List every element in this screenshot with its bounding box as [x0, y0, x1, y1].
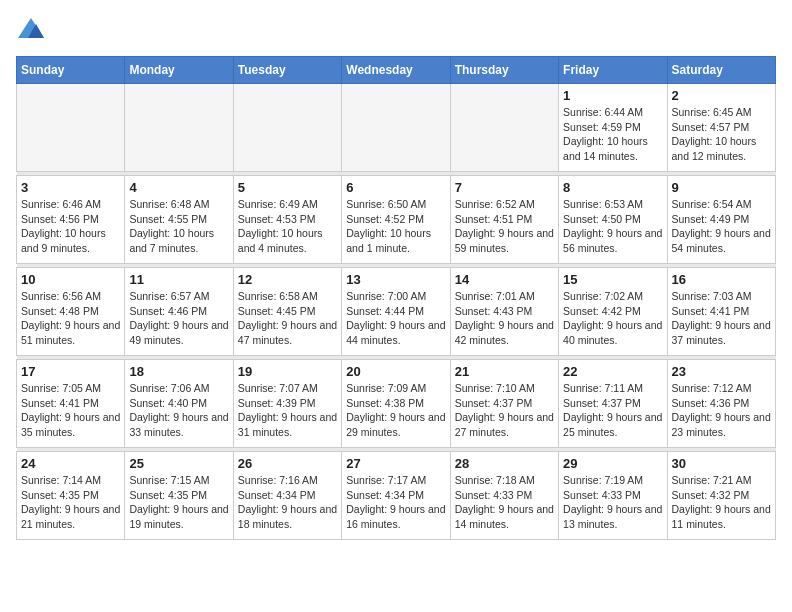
weekday-header-monday: Monday [125, 57, 233, 84]
day-info: Sunrise: 7:18 AM Sunset: 4:33 PM Dayligh… [455, 473, 554, 532]
calendar-day-cell: 23Sunrise: 7:12 AM Sunset: 4:36 PM Dayli… [667, 360, 775, 448]
day-number: 21 [455, 364, 554, 379]
calendar-day-cell [125, 84, 233, 172]
weekday-header-saturday: Saturday [667, 57, 775, 84]
calendar-day-cell: 5Sunrise: 6:49 AM Sunset: 4:53 PM Daylig… [233, 176, 341, 264]
day-info: Sunrise: 6:52 AM Sunset: 4:51 PM Dayligh… [455, 197, 554, 256]
calendar-week-row-4: 17Sunrise: 7:05 AM Sunset: 4:41 PM Dayli… [17, 360, 776, 448]
day-number: 13 [346, 272, 445, 287]
calendar-day-cell: 27Sunrise: 7:17 AM Sunset: 4:34 PM Dayli… [342, 452, 450, 540]
calendar-day-cell: 30Sunrise: 7:21 AM Sunset: 4:32 PM Dayli… [667, 452, 775, 540]
weekday-header-sunday: Sunday [17, 57, 125, 84]
day-number: 2 [672, 88, 771, 103]
day-number: 23 [672, 364, 771, 379]
day-info: Sunrise: 7:12 AM Sunset: 4:36 PM Dayligh… [672, 381, 771, 440]
calendar-day-cell: 25Sunrise: 7:15 AM Sunset: 4:35 PM Dayli… [125, 452, 233, 540]
calendar-day-cell: 16Sunrise: 7:03 AM Sunset: 4:41 PM Dayli… [667, 268, 775, 356]
calendar-week-row-2: 3Sunrise: 6:46 AM Sunset: 4:56 PM Daylig… [17, 176, 776, 264]
day-number: 24 [21, 456, 120, 471]
day-info: Sunrise: 7:17 AM Sunset: 4:34 PM Dayligh… [346, 473, 445, 532]
weekday-header-wednesday: Wednesday [342, 57, 450, 84]
calendar-day-cell: 6Sunrise: 6:50 AM Sunset: 4:52 PM Daylig… [342, 176, 450, 264]
calendar-day-cell [342, 84, 450, 172]
day-number: 7 [455, 180, 554, 195]
day-number: 28 [455, 456, 554, 471]
calendar-day-cell: 8Sunrise: 6:53 AM Sunset: 4:50 PM Daylig… [559, 176, 667, 264]
day-number: 8 [563, 180, 662, 195]
day-info: Sunrise: 7:11 AM Sunset: 4:37 PM Dayligh… [563, 381, 662, 440]
day-info: Sunrise: 6:58 AM Sunset: 4:45 PM Dayligh… [238, 289, 337, 348]
calendar-day-cell: 15Sunrise: 7:02 AM Sunset: 4:42 PM Dayli… [559, 268, 667, 356]
calendar-week-row-5: 24Sunrise: 7:14 AM Sunset: 4:35 PM Dayli… [17, 452, 776, 540]
day-number: 17 [21, 364, 120, 379]
day-info: Sunrise: 7:21 AM Sunset: 4:32 PM Dayligh… [672, 473, 771, 532]
calendar-day-cell: 11Sunrise: 6:57 AM Sunset: 4:46 PM Dayli… [125, 268, 233, 356]
day-number: 10 [21, 272, 120, 287]
day-info: Sunrise: 7:06 AM Sunset: 4:40 PM Dayligh… [129, 381, 228, 440]
day-info: Sunrise: 7:01 AM Sunset: 4:43 PM Dayligh… [455, 289, 554, 348]
weekday-header-friday: Friday [559, 57, 667, 84]
calendar-day-cell: 19Sunrise: 7:07 AM Sunset: 4:39 PM Dayli… [233, 360, 341, 448]
logo-icon [16, 16, 46, 46]
calendar-day-cell: 1Sunrise: 6:44 AM Sunset: 4:59 PM Daylig… [559, 84, 667, 172]
day-number: 3 [21, 180, 120, 195]
day-info: Sunrise: 6:48 AM Sunset: 4:55 PM Dayligh… [129, 197, 228, 256]
day-info: Sunrise: 6:53 AM Sunset: 4:50 PM Dayligh… [563, 197, 662, 256]
calendar-day-cell: 14Sunrise: 7:01 AM Sunset: 4:43 PM Dayli… [450, 268, 558, 356]
calendar-day-cell: 26Sunrise: 7:16 AM Sunset: 4:34 PM Dayli… [233, 452, 341, 540]
calendar-day-cell: 22Sunrise: 7:11 AM Sunset: 4:37 PM Dayli… [559, 360, 667, 448]
day-info: Sunrise: 7:00 AM Sunset: 4:44 PM Dayligh… [346, 289, 445, 348]
calendar-day-cell [17, 84, 125, 172]
day-info: Sunrise: 7:16 AM Sunset: 4:34 PM Dayligh… [238, 473, 337, 532]
calendar-day-cell: 17Sunrise: 7:05 AM Sunset: 4:41 PM Dayli… [17, 360, 125, 448]
day-number: 18 [129, 364, 228, 379]
day-number: 12 [238, 272, 337, 287]
calendar-day-cell: 12Sunrise: 6:58 AM Sunset: 4:45 PM Dayli… [233, 268, 341, 356]
calendar-header-row: SundayMondayTuesdayWednesdayThursdayFrid… [17, 57, 776, 84]
day-info: Sunrise: 6:56 AM Sunset: 4:48 PM Dayligh… [21, 289, 120, 348]
day-info: Sunrise: 6:45 AM Sunset: 4:57 PM Dayligh… [672, 105, 771, 164]
calendar-day-cell [450, 84, 558, 172]
calendar-day-cell: 24Sunrise: 7:14 AM Sunset: 4:35 PM Dayli… [17, 452, 125, 540]
day-info: Sunrise: 6:50 AM Sunset: 4:52 PM Dayligh… [346, 197, 445, 256]
day-number: 22 [563, 364, 662, 379]
calendar-day-cell: 18Sunrise: 7:06 AM Sunset: 4:40 PM Dayli… [125, 360, 233, 448]
calendar-body: 1Sunrise: 6:44 AM Sunset: 4:59 PM Daylig… [17, 84, 776, 540]
day-number: 1 [563, 88, 662, 103]
day-info: Sunrise: 6:44 AM Sunset: 4:59 PM Dayligh… [563, 105, 662, 164]
day-number: 14 [455, 272, 554, 287]
calendar-week-row-1: 1Sunrise: 6:44 AM Sunset: 4:59 PM Daylig… [17, 84, 776, 172]
day-info: Sunrise: 7:05 AM Sunset: 4:41 PM Dayligh… [21, 381, 120, 440]
day-info: Sunrise: 7:14 AM Sunset: 4:35 PM Dayligh… [21, 473, 120, 532]
calendar-day-cell: 2Sunrise: 6:45 AM Sunset: 4:57 PM Daylig… [667, 84, 775, 172]
day-info: Sunrise: 7:15 AM Sunset: 4:35 PM Dayligh… [129, 473, 228, 532]
calendar-day-cell: 13Sunrise: 7:00 AM Sunset: 4:44 PM Dayli… [342, 268, 450, 356]
calendar-week-row-3: 10Sunrise: 6:56 AM Sunset: 4:48 PM Dayli… [17, 268, 776, 356]
day-info: Sunrise: 6:49 AM Sunset: 4:53 PM Dayligh… [238, 197, 337, 256]
day-info: Sunrise: 7:03 AM Sunset: 4:41 PM Dayligh… [672, 289, 771, 348]
day-info: Sunrise: 6:57 AM Sunset: 4:46 PM Dayligh… [129, 289, 228, 348]
day-number: 4 [129, 180, 228, 195]
day-number: 16 [672, 272, 771, 287]
day-info: Sunrise: 7:10 AM Sunset: 4:37 PM Dayligh… [455, 381, 554, 440]
day-info: Sunrise: 7:09 AM Sunset: 4:38 PM Dayligh… [346, 381, 445, 440]
weekday-header-tuesday: Tuesday [233, 57, 341, 84]
calendar-day-cell: 10Sunrise: 6:56 AM Sunset: 4:48 PM Dayli… [17, 268, 125, 356]
day-info: Sunrise: 7:02 AM Sunset: 4:42 PM Dayligh… [563, 289, 662, 348]
day-number: 30 [672, 456, 771, 471]
day-number: 27 [346, 456, 445, 471]
day-info: Sunrise: 6:54 AM Sunset: 4:49 PM Dayligh… [672, 197, 771, 256]
calendar-day-cell: 4Sunrise: 6:48 AM Sunset: 4:55 PM Daylig… [125, 176, 233, 264]
calendar-day-cell: 28Sunrise: 7:18 AM Sunset: 4:33 PM Dayli… [450, 452, 558, 540]
day-info: Sunrise: 6:46 AM Sunset: 4:56 PM Dayligh… [21, 197, 120, 256]
day-info: Sunrise: 7:19 AM Sunset: 4:33 PM Dayligh… [563, 473, 662, 532]
day-number: 25 [129, 456, 228, 471]
day-number: 5 [238, 180, 337, 195]
day-number: 20 [346, 364, 445, 379]
day-number: 19 [238, 364, 337, 379]
calendar-day-cell [233, 84, 341, 172]
day-number: 29 [563, 456, 662, 471]
calendar-day-cell: 21Sunrise: 7:10 AM Sunset: 4:37 PM Dayli… [450, 360, 558, 448]
day-number: 9 [672, 180, 771, 195]
day-number: 11 [129, 272, 228, 287]
